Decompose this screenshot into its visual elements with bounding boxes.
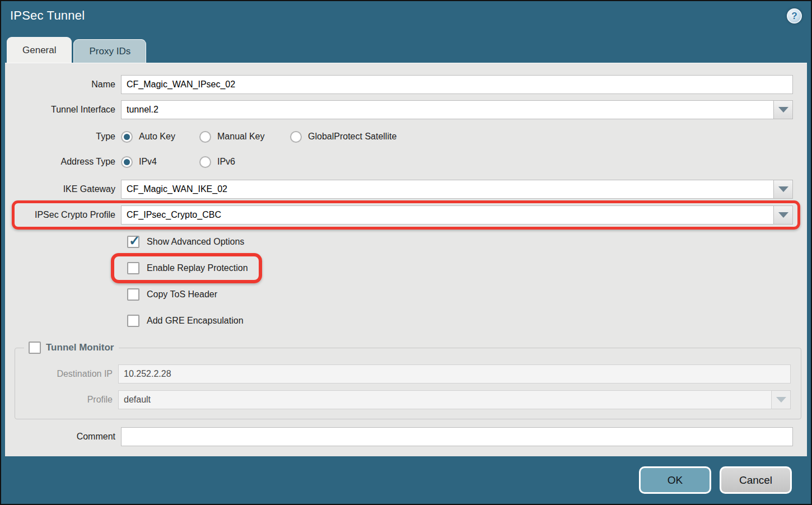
tab-bar: General Proxy IDs: [1, 36, 811, 63]
show-advanced-options-checkbox-row[interactable]: Show Advanced Options: [127, 235, 244, 249]
radio-ipv4[interactable]: IPv4: [121, 156, 199, 168]
ipsec-crypto-profile-dropdown-button[interactable]: [774, 205, 793, 225]
copy-tos-header-checkbox-row[interactable]: Copy ToS Header: [127, 287, 217, 302]
ipsec-crypto-profile-input[interactable]: CF_IPsec_Crypto_CBC: [121, 205, 774, 225]
comment-input[interactable]: [121, 427, 793, 446]
type-row: Type Auto Key Manual Key GlobalProtect S…: [5, 129, 793, 144]
ike-gateway-row: IKE Gateway CF_Magic_WAN_IKE_02: [5, 180, 793, 199]
profile-input: default: [118, 390, 772, 409]
radio-ipv6[interactable]: IPv6: [199, 156, 278, 168]
cancel-button[interactable]: Cancel: [720, 466, 792, 494]
add-gre-encapsulation-label: Add GRE Encapsulation: [147, 316, 244, 326]
tunnel-interface-dropdown-button[interactable]: [774, 100, 793, 119]
ipsec-tunnel-dialog: IPSec Tunnel ? General Proxy IDs Name CF…: [0, 0, 812, 505]
radio-auto-key-label: Auto Key: [139, 132, 175, 142]
destination-ip-label: Destination IP: [15, 369, 118, 379]
checkbox-unchecked-icon[interactable]: [127, 288, 139, 301]
name-label: Name: [5, 80, 121, 90]
radio-globalprotect-satellite[interactable]: GlobalProtect Satellite: [290, 131, 396, 143]
ok-button[interactable]: OK: [639, 466, 711, 494]
show-advanced-options-label: Show Advanced Options: [147, 237, 244, 247]
dialog-footer: OK Cancel: [1, 456, 811, 504]
tunnel-monitor-legend-label: Tunnel Monitor: [46, 342, 114, 353]
chevron-down-icon: [778, 186, 788, 192]
type-label: Type: [5, 132, 121, 142]
ike-gateway-label: IKE Gateway: [5, 184, 121, 194]
radio-globalprotect-satellite-label: GlobalProtect Satellite: [308, 132, 396, 142]
profile-row: Profile default: [15, 390, 791, 409]
profile-dropdown-button: [772, 390, 791, 409]
checkbox-unchecked-icon[interactable]: [127, 262, 139, 274]
ike-gateway-dropdown-button[interactable]: [774, 180, 793, 199]
general-tab-panel: Name CF_Magic_WAN_IPsec_02 Tunnel Interf…: [5, 63, 807, 456]
tunnel-monitor-group: Tunnel Monitor Destination IP 10.252.2.2…: [15, 342, 801, 419]
radio-button-icon[interactable]: [290, 131, 302, 143]
enable-replay-protection-checkbox-row-highlighted[interactable]: Enable Replay Protection: [127, 261, 248, 275]
dialog-titlebar: IPSec Tunnel ?: [1, 1, 811, 36]
radio-button-icon[interactable]: [121, 156, 133, 168]
chevron-down-icon: [778, 107, 788, 113]
tab-general[interactable]: General: [7, 37, 72, 63]
chevron-down-icon: [778, 212, 788, 218]
destination-ip-input: 10.252.2.28: [118, 364, 791, 384]
tunnel-interface-label: Tunnel Interface: [5, 105, 121, 115]
radio-manual-key[interactable]: Manual Key: [199, 131, 290, 143]
name-input[interactable]: CF_Magic_WAN_IPsec_02: [121, 75, 793, 94]
help-icon[interactable]: ?: [787, 8, 802, 24]
radio-manual-key-label: Manual Key: [217, 132, 265, 142]
address-type-label: Address Type: [5, 157, 121, 167]
tunnel-interface-row: Tunnel Interface tunnel.2: [5, 100, 793, 119]
radio-button-icon[interactable]: [121, 131, 133, 143]
destination-ip-row: Destination IP 10.252.2.28: [15, 364, 791, 384]
advanced-options-group: Show Advanced Options Enable Replay Prot…: [5, 235, 807, 340]
ipsec-crypto-profile-label: IPSec Crypto Profile: [5, 210, 121, 220]
checkbox-unchecked-icon[interactable]: [127, 315, 139, 327]
address-type-row: Address Type IPv4 IPv6: [5, 155, 793, 169]
enable-replay-protection-label: Enable Replay Protection: [147, 263, 248, 273]
dialog-title: IPSec Tunnel: [10, 8, 85, 23]
profile-label: Profile: [15, 395, 118, 405]
radio-auto-key[interactable]: Auto Key: [121, 131, 199, 143]
tunnel-monitor-legend: Tunnel Monitor: [24, 342, 119, 354]
ipsec-crypto-profile-row-highlighted: IPSec Crypto Profile CF_IPsec_Crypto_CBC: [5, 205, 793, 225]
tunnel-interface-input[interactable]: tunnel.2: [121, 100, 774, 119]
name-row: Name CF_Magic_WAN_IPsec_02: [5, 75, 793, 94]
copy-tos-header-label: Copy ToS Header: [147, 289, 217, 300]
add-gre-encapsulation-checkbox-row[interactable]: Add GRE Encapsulation: [127, 314, 244, 328]
tunnel-monitor-checkbox[interactable]: [29, 342, 41, 354]
comment-row: Comment: [5, 427, 793, 446]
ike-gateway-input[interactable]: CF_Magic_WAN_IKE_02: [121, 180, 774, 199]
comment-label: Comment: [5, 432, 121, 442]
tab-proxy-ids[interactable]: Proxy IDs: [73, 39, 146, 63]
radio-ipv6-label: IPv6: [217, 157, 235, 167]
radio-button-icon[interactable]: [199, 131, 211, 143]
chevron-down-icon: [776, 397, 786, 403]
checkbox-checked-icon[interactable]: [127, 236, 139, 248]
radio-button-icon[interactable]: [199, 156, 211, 168]
radio-ipv4-label: IPv4: [139, 157, 157, 167]
